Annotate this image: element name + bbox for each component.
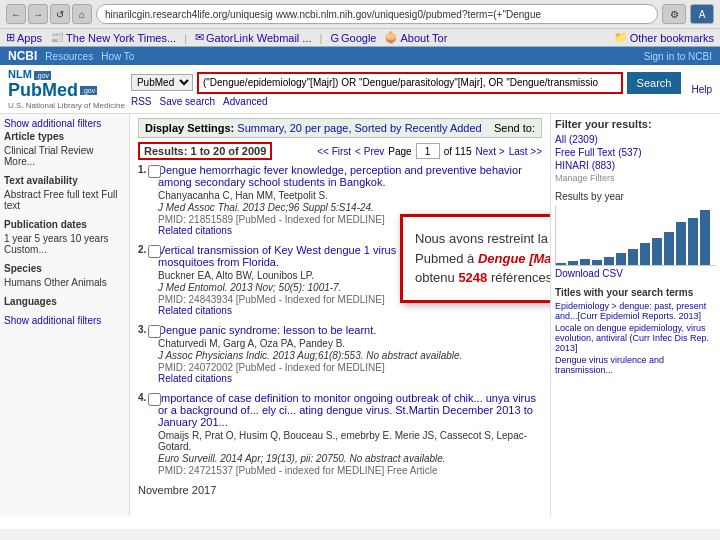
home-button[interactable]: ⌂ — [72, 4, 92, 24]
5years-filter[interactable]: 5 years — [35, 233, 68, 244]
species-title: Species — [4, 263, 125, 274]
nlm-text: NLM — [8, 68, 32, 80]
search-input[interactable] — [197, 72, 623, 94]
article-checkbox-2[interactable] — [148, 245, 161, 258]
related-citations-3[interactable]: Related citations — [158, 373, 232, 384]
popup-text-after: références. — [487, 270, 550, 285]
advanced-link[interactable]: Advanced — [223, 96, 267, 107]
address-text: hinarilcgin.research4life.org/uniquesig … — [105, 9, 541, 20]
title-item-2[interactable]: Locale on dengue epidemiology, virus evo… — [555, 323, 716, 353]
chart-bar — [556, 263, 566, 265]
chart-bar — [688, 218, 698, 265]
abstract-filter[interactable]: Abstract — [4, 189, 41, 200]
profile-button[interactable]: A — [690, 4, 714, 24]
main-layout: Show additional filters Article types Cl… — [0, 114, 720, 516]
back-button[interactable]: ← — [6, 4, 26, 24]
help-link[interactable]: Help — [691, 84, 712, 95]
1year-filter[interactable]: 1 year — [4, 233, 32, 244]
howto-link[interactable]: How To — [101, 51, 134, 62]
more-article-types[interactable]: More... — [4, 156, 35, 167]
show-filters-top-link[interactable]: Show additional filters — [4, 118, 125, 129]
database-select[interactable]: PubMed — [131, 74, 193, 91]
left-sidebar: Show additional filters Article types Cl… — [0, 114, 130, 516]
show-filters-bottom-link[interactable]: Show additional filters — [4, 315, 125, 326]
next-page-link[interactable]: Next > — [475, 146, 504, 157]
related-citations-1[interactable]: Related citations — [158, 225, 232, 236]
results-header: Display Settings: Summary, 20 per page, … — [138, 118, 542, 138]
separator2: | — [320, 32, 323, 44]
article-authors-1: Chanyacanha C, Han MM, Teetpolit S. — [158, 190, 542, 201]
bookmarks-bar: ⊞ Apps 📰 The New York Times... | ✉ Gator… — [0, 28, 720, 46]
page-number-input[interactable] — [416, 143, 440, 159]
table-row: 3. Dengue panic syndrome: lesson to be l… — [138, 324, 542, 384]
article-checkbox-4[interactable] — [148, 393, 161, 406]
other-animals-filter[interactable]: Other Animals — [44, 277, 107, 288]
article-journal-3: J Assoc Physicians Indic. 2013 Aug;61(8)… — [158, 350, 542, 361]
search-button[interactable]: Search — [627, 72, 682, 94]
prev-page-link[interactable]: < Prev — [355, 146, 384, 157]
article-title-1[interactable]: Dengue hemorrhagic fever knowledge, perc… — [158, 164, 542, 188]
10years-filter[interactable]: 10 years — [70, 233, 108, 244]
chart-bar — [664, 232, 674, 265]
manage-filters-link[interactable]: Manage Filters — [555, 173, 716, 183]
pubmed-logo: NLM .gov PubMed .gov U.S. National Libra… — [8, 68, 125, 110]
humans-filter[interactable]: Humans — [4, 277, 41, 288]
title-item-3[interactable]: Dengue virus virulence and transmission.… — [555, 355, 716, 375]
bookmark-google[interactable]: G Google — [330, 32, 376, 44]
languages-section: Languages — [4, 296, 125, 307]
article-number-3: 3. — [138, 324, 146, 335]
refresh-button[interactable]: ↺ — [50, 4, 70, 24]
download-csv-link[interactable]: Download CSV — [555, 268, 716, 279]
display-settings-value[interactable]: Summary, 20 per page, Sorted by Recently… — [237, 122, 481, 134]
article-title-3[interactable]: Dengue panic syndrome: lesson to be lear… — [158, 324, 542, 336]
review-filter[interactable]: Review — [61, 145, 94, 156]
pagination-bar: Results: 1 to 20 of 2009 << First < Prev… — [138, 142, 542, 160]
article-checkbox-3[interactable] — [148, 325, 161, 338]
free-full-text-filter[interactable]: Free full text — [43, 189, 98, 200]
pub-text: Pub — [8, 80, 42, 101]
save-search-link[interactable]: Save search — [160, 96, 216, 107]
bookmark-nytimes[interactable]: 📰 The New York Times... — [50, 31, 176, 44]
article-checkbox-1[interactable] — [148, 165, 161, 178]
species-section: Species Humans Other Animals — [4, 263, 125, 288]
bookmark-apps[interactable]: ⊞ Apps — [6, 31, 42, 44]
bookmark-tor[interactable]: 🧅 About Tor — [384, 31, 447, 44]
filter-free-full-text[interactable]: Free Full Text (537) — [555, 147, 716, 158]
related-citations-2[interactable]: Related citations — [158, 305, 232, 316]
article-types-title: Article types — [4, 131, 125, 142]
article-number-4: 4. — [138, 392, 146, 403]
search-row: PubMed Search — [131, 72, 681, 94]
article-title-4[interactable]: Importance of case definition to monitor… — [158, 392, 542, 428]
title-item-1[interactable]: Epidemiology > dengue: past, present and… — [555, 301, 716, 321]
center-content: Display Settings: Summary, 20 per page, … — [130, 114, 550, 516]
signin-link[interactable]: Sign in to NCBI — [644, 51, 712, 62]
last-page-link[interactable]: Last >> — [509, 146, 542, 157]
bookmark-other[interactable]: 📁 Other bookmarks — [614, 31, 714, 44]
resources-link[interactable]: Resources — [45, 51, 93, 62]
right-panel: Filter your results: All (2309) Free Ful… — [550, 114, 720, 516]
address-bar[interactable]: hinarilcgin.research4life.org/uniquesig … — [96, 4, 658, 24]
separator: | — [184, 32, 187, 44]
clinical-trial-filter[interactable]: Clinical Trial — [4, 145, 58, 156]
article-number-2: 2. — [138, 244, 146, 255]
article-links-3: Related citations — [158, 373, 542, 384]
filter-hinari[interactable]: HINARI (883) — [555, 160, 716, 171]
bookmark-gatorlink[interactable]: ✉ GatorLink Webmail ... — [195, 31, 312, 44]
popup-overlay: Nous avons restreint la recherche Pubmed… — [400, 214, 550, 303]
article-journal-4: Euro Surveill. 2014 Apr; 19(13), pii: 20… — [158, 453, 542, 464]
chart-bar — [580, 259, 590, 265]
article-list: 1. Dengue hemorrhagic fever knowledge, p… — [138, 164, 542, 476]
filter-title: Filter your results: — [555, 118, 716, 130]
custom-filter[interactable]: Custom... — [4, 244, 47, 255]
send-to-label: Send to: — [494, 122, 535, 134]
rss-link[interactable]: RSS — [131, 96, 152, 107]
chart-bar — [628, 249, 638, 265]
first-page-link[interactable]: << First — [317, 146, 351, 157]
novembre-label: Novembre 2017 — [138, 484, 542, 496]
article-number-1: 1. — [138, 164, 146, 175]
forward-button[interactable]: → — [28, 4, 48, 24]
filter-all[interactable]: All (2309) — [555, 134, 716, 145]
chart-title: Results by year — [555, 191, 716, 202]
popup-count: 5248 — [458, 270, 487, 285]
extensions-button[interactable]: ⚙ — [662, 4, 686, 24]
